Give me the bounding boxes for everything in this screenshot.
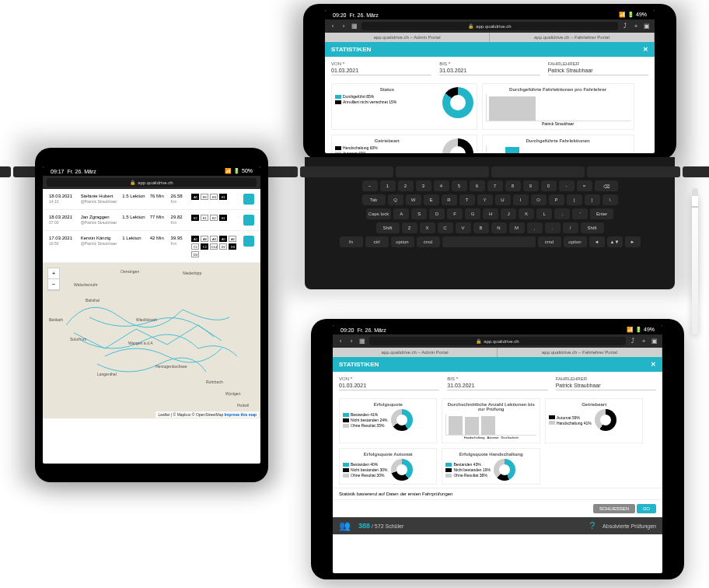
- key[interactable]: P: [549, 194, 564, 205]
- tabs-icon[interactable]: ▣: [651, 338, 658, 345]
- key[interactable]: M: [509, 222, 525, 233]
- key[interactable]: [: [567, 194, 582, 205]
- key[interactable]: Y: [477, 194, 493, 205]
- key[interactable]: J: [501, 208, 516, 219]
- key[interactable]: [491, 166, 585, 177]
- key[interactable]: E: [424, 194, 439, 205]
- key[interactable]: Enter: [590, 208, 613, 219]
- sidebar-icon[interactable]: ▦: [358, 338, 366, 345]
- tab-trainer[interactable]: app.qualidrive.ch – Fahrlehrer Portal: [490, 33, 655, 42]
- tab-admin[interactable]: app.qualidrive.ch – Admin Portal: [333, 348, 498, 357]
- key[interactable]: Tab: [362, 194, 386, 205]
- key[interactable]: ]: [585, 194, 600, 205]
- key[interactable]: fn: [340, 236, 363, 247]
- key[interactable]: W: [406, 194, 421, 205]
- key[interactable]: U: [495, 194, 511, 205]
- sidebar-icon[interactable]: ▦: [351, 23, 358, 30]
- key[interactable]: 2: [398, 180, 414, 191]
- back-icon[interactable]: ‹: [337, 338, 344, 345]
- newtab-icon[interactable]: +: [632, 23, 640, 30]
- filter-von[interactable]: 01.03.2021: [339, 381, 439, 390]
- key[interactable]: [300, 166, 393, 177]
- key[interactable]: Caps lock: [366, 208, 391, 219]
- filter-von[interactable]: 01.03.2021: [331, 66, 431, 75]
- key[interactable]: Z: [402, 222, 417, 233]
- key[interactable]: /: [563, 222, 578, 233]
- key[interactable]: ctrl: [365, 236, 389, 247]
- key[interactable]: L: [536, 208, 552, 219]
- key[interactable]: Q: [388, 194, 403, 205]
- key[interactable]: ~: [362, 180, 378, 191]
- key[interactable]: Shift: [376, 222, 400, 233]
- key[interactable]: H: [483, 208, 498, 219]
- key[interactable]: cmd: [417, 236, 440, 247]
- key[interactable]: D: [429, 208, 445, 219]
- filter-bis[interactable]: 31.03.2021: [447, 381, 547, 390]
- key[interactable]: \: [602, 194, 618, 205]
- close-icon[interactable]: ✕: [651, 361, 656, 368]
- key[interactable]: I: [513, 194, 529, 205]
- key[interactable]: ◄: [589, 236, 605, 247]
- key[interactable]: 9: [523, 180, 539, 191]
- key[interactable]: 8: [505, 180, 521, 191]
- key[interactable]: S: [411, 208, 427, 219]
- key[interactable]: R: [442, 194, 457, 205]
- key[interactable]: O: [531, 194, 547, 205]
- lesson-row[interactable]: 18.03.202107:00 Jan Zgraggen@Patrick Str…: [43, 210, 260, 231]
- action-button[interactable]: [243, 236, 254, 247]
- students-icon[interactable]: 👥: [339, 520, 351, 531]
- forward-icon[interactable]: ›: [348, 338, 355, 345]
- key[interactable]: 7: [487, 180, 503, 191]
- key[interactable]: [683, 166, 710, 177]
- key[interactable]: -: [559, 180, 575, 191]
- key[interactable]: ⌫: [595, 180, 618, 191]
- key[interactable]: ▲▼: [607, 236, 623, 247]
- key[interactable]: 3: [416, 180, 431, 191]
- share-icon[interactable]: ⤴: [621, 23, 629, 30]
- key[interactable]: T: [459, 194, 475, 205]
- key[interactable]: G: [465, 208, 480, 219]
- lesson-row[interactable]: 17.03.202116:50 Kerstin Känzig@Patrick S…: [43, 231, 260, 263]
- key[interactable]: option: [391, 236, 414, 247]
- key[interactable]: K: [519, 208, 534, 219]
- key[interactable]: [442, 236, 536, 247]
- newtab-icon[interactable]: +: [640, 338, 648, 345]
- lesson-row[interactable]: 18.03.202114:10 Stefanie Hubert@Patrick …: [43, 189, 260, 210]
- key[interactable]: 0: [541, 180, 557, 191]
- action-button[interactable]: [243, 215, 254, 226]
- action-button[interactable]: [243, 194, 254, 205]
- key[interactable]: =: [577, 180, 592, 191]
- key[interactable]: X: [420, 222, 435, 233]
- help-icon[interactable]: ?: [589, 520, 595, 531]
- key[interactable]: ;: [554, 208, 570, 219]
- key[interactable]: B: [473, 222, 489, 233]
- key[interactable]: ►: [625, 236, 641, 247]
- close-button[interactable]: SCHLIESSEN: [593, 504, 635, 513]
- forward-icon[interactable]: ›: [340, 23, 348, 30]
- key[interactable]: A: [393, 208, 409, 219]
- tab-admin[interactable]: app.qualidrive.ch – Admin Portal: [325, 33, 490, 42]
- key[interactable]: C: [438, 222, 453, 233]
- key[interactable]: ': [572, 208, 588, 219]
- key[interactable]: [587, 166, 680, 177]
- key[interactable]: [396, 166, 489, 177]
- go-button[interactable]: GO: [637, 504, 656, 513]
- key[interactable]: N: [491, 222, 507, 233]
- key[interactable]: ,: [527, 222, 543, 233]
- key[interactable]: option: [564, 236, 587, 247]
- key[interactable]: [0, 166, 11, 177]
- key[interactable]: V: [456, 222, 471, 233]
- tab-trainer[interactable]: app.qualidrive.ch – Fahrlehrer Portal: [498, 348, 662, 357]
- tabs-icon[interactable]: ▣: [643, 23, 651, 30]
- url-field[interactable]: 🔒app.qualidrive.ch: [361, 22, 618, 30]
- key[interactable]: 4: [434, 180, 449, 191]
- url-field[interactable]: 🔒app.qualidrive.ch: [47, 178, 257, 187]
- filter-trainer[interactable]: Patrick Straubhaar: [556, 381, 656, 390]
- key[interactable]: .: [545, 222, 561, 233]
- key[interactable]: Shift: [581, 222, 604, 233]
- back-icon[interactable]: ‹: [329, 23, 337, 30]
- route-map[interactable]: + − OensingenNiederbippLangenthalHerzoge…: [43, 263, 260, 418]
- key[interactable]: 1: [380, 180, 396, 191]
- filter-trainer[interactable]: Patrick Straubhaar: [548, 66, 648, 75]
- filter-bis[interactable]: 31.03.2021: [439, 66, 540, 75]
